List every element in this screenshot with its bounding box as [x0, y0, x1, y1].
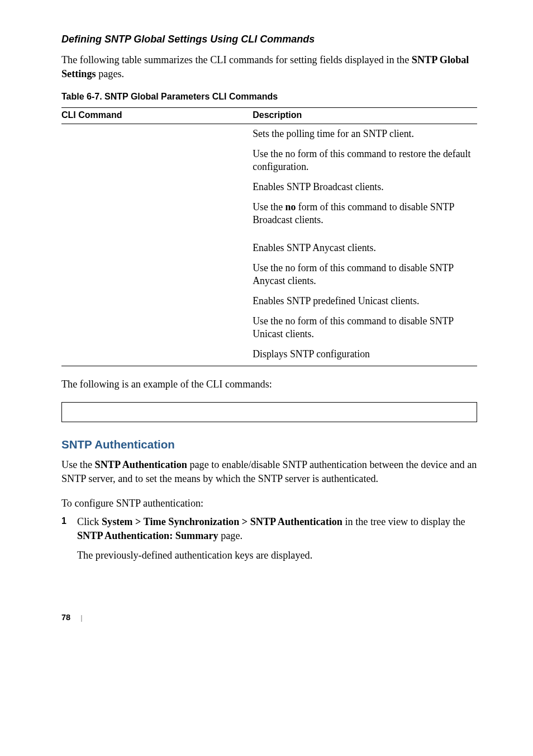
intro-text-part1: The following table summarizes the CLI c…	[61, 54, 412, 65]
intro-text-part2: pages.	[96, 68, 125, 79]
table-cell-desc: Enables SNTP predefined Unicast clients.	[253, 291, 477, 311]
table-header-command: CLI Command	[61, 108, 253, 124]
code-example-box	[61, 402, 477, 422]
table-row: Use the no form of this command to disab…	[61, 258, 477, 291]
table-row: Use the no form of this command to resto…	[61, 144, 477, 177]
table-cell-desc: Enables SNTP Broadcast clients.	[253, 177, 477, 197]
page-number: 78	[61, 613, 70, 622]
table-row: Enables SNTP Anycast clients.	[61, 230, 477, 258]
table-row: Use the no form of this command to disab…	[61, 311, 477, 344]
cli-commands-table: CLI Command Description Sets the polling…	[61, 107, 477, 366]
table-row: Enables SNTP predefined Unicast clients.	[61, 291, 477, 311]
table-row: Displays SNTP configuration	[61, 344, 477, 366]
list-text-bold2: SNTP Authentication: Summary	[77, 530, 218, 541]
section-heading-cli: Defining SNTP Global Settings Using CLI …	[61, 34, 477, 45]
table-cell-desc: Displays SNTP configuration	[253, 344, 477, 366]
table-row: Sets the polling time for an SNTP client…	[61, 124, 477, 144]
list-text-pre: Click	[77, 516, 102, 527]
page-footer: 78 |	[61, 613, 477, 622]
table-cell-desc: Enables SNTP Anycast clients.	[253, 230, 477, 258]
table-cell-desc: Use the no form of this command to disab…	[253, 311, 477, 344]
table-row: Use the no form of this command to disab…	[61, 197, 477, 230]
list-number: 1	[61, 515, 66, 527]
intro-paragraph: The following table summarizes the CLI c…	[61, 53, 477, 81]
desc-pre: Use the	[253, 201, 285, 212]
list-text-bold1: System > Time Synchronization > SNTP Aut…	[102, 516, 342, 527]
section-heading-sntp-auth: SNTP Authentication	[61, 438, 477, 451]
para1-pre: Use the	[61, 459, 95, 470]
table-cell-desc: Use the no form of this command to disab…	[253, 197, 477, 230]
list-item: 1 Click System > Time Synchronization > …	[77, 515, 477, 563]
table-cell-desc: Sets the polling time for an SNTP client…	[253, 124, 477, 144]
list-text-post: page.	[218, 530, 242, 541]
list-subtext: The previously-defined authentication ke…	[77, 549, 477, 563]
steps-list: 1 Click System > Time Synchronization > …	[61, 515, 477, 563]
example-intro: The following is an example of the CLI c…	[61, 377, 477, 391]
table-caption: Table 6-7. SNTP Global Parameters CLI Co…	[61, 92, 477, 102]
table-cell-desc: Use the no form of this command to resto…	[253, 144, 477, 177]
table-cell-desc: Use the no form of this command to disab…	[253, 258, 477, 291]
auth-paragraph-2: To configure SNTP authentication:	[61, 497, 477, 511]
footer-divider-icon: |	[80, 613, 82, 622]
list-text-mid: in the tree view to display the	[342, 516, 465, 527]
table-header-description: Description	[253, 108, 477, 124]
auth-paragraph-1: Use the SNTP Authentication page to enab…	[61, 458, 477, 485]
table-row: Enables SNTP Broadcast clients.	[61, 177, 477, 197]
desc-bold: no	[285, 201, 296, 212]
para1-bold: SNTP Authentication	[95, 459, 187, 470]
